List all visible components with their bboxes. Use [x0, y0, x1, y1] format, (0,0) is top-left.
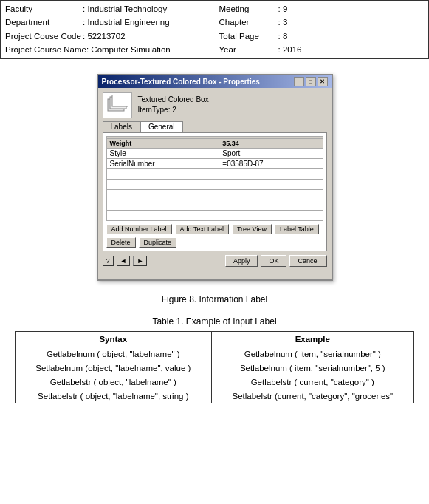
item-name: Textured Colored Box: [138, 95, 209, 105]
item-info: Textured Colored Box ItemType: 2: [138, 95, 209, 115]
properties-table: Weight 35.34 Style Sport SerialNumber =0…: [106, 136, 323, 221]
header-left: Faculty : Industrial Technology Departme…: [1, 1, 215, 58]
prop-style-value: Sport: [219, 148, 323, 158]
example-2: Setlabelnum ( item, "serialnumber", 5 ): [211, 361, 413, 375]
table-title: Table 1. Example of Input Label: [15, 316, 414, 327]
minimize-button[interactable]: _: [294, 77, 304, 86]
window-title: Processor-Textured Colored Box - Propert…: [102, 78, 260, 86]
footer-buttons: ? ◄ ► Apply OK Cancel: [103, 255, 327, 267]
course-code-label: Project Couse Code: [5, 30, 83, 43]
example-1: Getlabelnum ( item, "serialnumber" ): [211, 347, 413, 361]
department-label: Department: [5, 16, 83, 29]
input-label-table: Syntax Example Getlabelnum ( object, "la…: [15, 331, 414, 403]
tree-view-button[interactable]: Tree View: [232, 224, 272, 234]
example-3: Getlabelstr ( current, "category" ): [211, 375, 413, 389]
table-row-empty4: [106, 200, 323, 210]
ok-button[interactable]: OK: [261, 255, 286, 267]
titlebar-buttons: _ □ ✕: [294, 77, 328, 86]
table-row-empty1: [106, 168, 323, 179]
table-row-empty3: [106, 189, 323, 200]
table-row-empty5: [106, 210, 323, 220]
add-text-label-button[interactable]: Add Text Label: [175, 224, 229, 234]
top-button-row: Add Number Label Add Text Label Tree Vie…: [106, 224, 323, 234]
table-row: Style Sport: [106, 148, 323, 158]
header-right: Meeting : 9 Chapter : 3 Total Page : 8 Y…: [215, 1, 429, 58]
add-number-label-button[interactable]: Add Number Label: [106, 224, 172, 234]
header-row-department: Department : Industrial Engineering: [5, 16, 210, 29]
prop-serial-value: =03585D-87: [219, 158, 323, 168]
course-name-label: Project Course Name: [5, 43, 86, 56]
syntax-1: Getlabelnum ( object, "labelname" ): [16, 347, 212, 361]
header-row-course-name: Project Course Name : Computer Simulatio…: [5, 43, 210, 56]
header-row-chapter: Chapter : 3: [219, 16, 425, 29]
nav-next-button[interactable]: ►: [133, 256, 147, 266]
faculty-label: Faculty: [5, 2, 83, 16]
label-table-button[interactable]: Label Table: [275, 224, 319, 234]
item-icon: [103, 92, 132, 118]
window-titlebar: Processor-Textured Colored Box - Propert…: [98, 75, 332, 88]
course-name-value: : Computer Simulation: [86, 43, 171, 56]
figure-caption: Figure 8. Information Label: [162, 294, 267, 304]
col-example-header: Example: [211, 331, 413, 347]
table-section: Table 1. Example of Input Label Syntax E…: [15, 316, 414, 403]
window-body: Textured Colored Box ItemType: 2 Labels …: [98, 88, 332, 271]
table-row: Getlabelstr ( object, "labelname" ) Getl…: [16, 375, 414, 389]
tab-content: Weight 35.34 Style Sport SerialNumber =0…: [103, 132, 327, 251]
total-page-label: Total Page: [219, 30, 278, 43]
prop-serial-label: SerialNumber: [106, 158, 219, 168]
header-row-course-code: Project Couse Code : 52213702: [5, 30, 210, 43]
table-row-empty2: [106, 179, 323, 189]
table-row: SerialNumber =03585D-87: [106, 158, 323, 168]
header-row-year: Year : 2016: [219, 43, 425, 56]
main-content: Processor-Textured Colored Box - Propert…: [0, 59, 429, 411]
col-syntax-header: Syntax: [16, 331, 212, 347]
table-row: Weight 35.34: [106, 138, 323, 148]
example-4: Setlabelstr (current, "category", "groce…: [211, 389, 413, 403]
tabs-bar: Labels General: [103, 121, 327, 132]
apply-button[interactable]: Apply: [225, 255, 258, 267]
cancel-button[interactable]: Cancel: [289, 255, 326, 267]
header-row-meeting: Meeting : 9: [219, 2, 425, 16]
meeting-value: : 9: [278, 2, 288, 16]
department-value: : Industrial Engineering: [83, 16, 170, 29]
course-code-value: : 52213702: [83, 30, 126, 43]
table-row: Setlabelnum (object, "labelname", value …: [16, 361, 414, 375]
bottom-button-row: Delete Duplicate: [106, 237, 323, 248]
faculty-value: : Industrial Technology: [83, 2, 167, 16]
prop-weight-value: 35.34: [219, 138, 323, 148]
year-value: : 2016: [278, 43, 302, 56]
delete-button[interactable]: Delete: [106, 237, 136, 248]
syntax-3: Getlabelstr ( object, "labelname" ): [16, 375, 212, 389]
header-row-total-page: Total Page : 8: [219, 30, 425, 43]
nav-help-button[interactable]: ?: [103, 256, 114, 266]
nav-prev-button[interactable]: ◄: [117, 256, 131, 266]
close-button[interactable]: ✕: [318, 77, 328, 86]
total-page-value: : 8: [278, 30, 288, 43]
table-row: Setlabelstr ( object, "labelname", strin…: [16, 389, 414, 403]
syntax-2: Setlabelnum (object, "labelname", value …: [16, 361, 212, 375]
chapter-value: : 3: [278, 16, 288, 29]
prop-style-label: Style: [106, 148, 219, 158]
year-label: Year: [219, 43, 278, 56]
duplicate-button[interactable]: Duplicate: [139, 237, 177, 248]
header-row-faculty: Faculty : Industrial Technology: [5, 2, 210, 16]
syntax-4: Setlabelstr ( object, "labelname", strin…: [16, 389, 212, 403]
tab-general[interactable]: General: [140, 121, 183, 132]
screenshot-window: Processor-Textured Colored Box - Propert…: [97, 74, 333, 281]
meeting-label: Meeting: [219, 2, 278, 16]
chapter-label: Chapter: [219, 16, 278, 29]
prop-weight-label: Weight: [106, 138, 219, 148]
tab-labels[interactable]: Labels: [103, 121, 140, 132]
maximize-button[interactable]: □: [306, 77, 316, 86]
item-type: ItemType: 2: [138, 105, 209, 115]
svg-rect-2: [112, 95, 128, 106]
header-block: Faculty : Industrial Technology Departme…: [0, 0, 429, 59]
table-row: Getlabelnum ( object, "labelname" ) Getl…: [16, 347, 414, 361]
item-header: Textured Colored Box ItemType: 2: [103, 92, 327, 118]
